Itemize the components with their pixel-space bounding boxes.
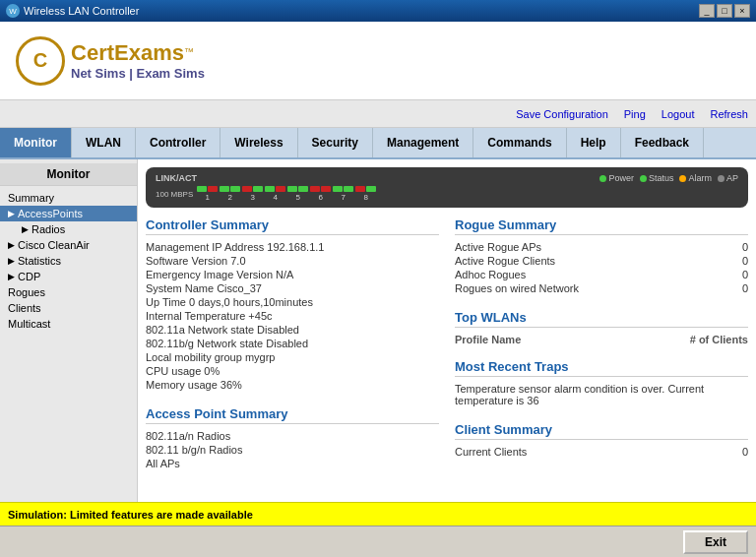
trap-text: Temperature sensor alarm condition is ov… (455, 383, 748, 406)
port-6: 6 (310, 186, 331, 202)
main-panel: LINK/ACT Power Status Alarm (138, 159, 756, 502)
power-dot (599, 175, 606, 182)
nav-wireless[interactable]: Wireless (220, 128, 297, 157)
ap-speed: 100 MBPS (156, 190, 193, 199)
window-title: Wireless LAN Controller (24, 5, 139, 17)
sidebar-item-cdp[interactable]: ▶ CDP (0, 269, 137, 284)
nav-controller[interactable]: Controller (136, 128, 220, 157)
sidebar-item-statistics[interactable]: ▶ Statistics (0, 253, 137, 269)
sidebar-header: Monitor (0, 163, 137, 186)
sidebar-label: Multicast (8, 318, 50, 330)
legend-alarm: Alarm (679, 173, 712, 183)
rogue-wired: Rogues on wired Network 0 (455, 282, 748, 294)
sidebar-label: Summary (8, 192, 54, 204)
sidebar-label: CDP (18, 271, 40, 282)
sidebar-item-accesspoints[interactable]: ▶ AccessPoints (0, 206, 137, 221)
exit-bar: Exit (0, 526, 756, 557)
status-dot (640, 175, 647, 182)
top-action-bar: Save Configuration Ping Logout Refresh (0, 100, 756, 128)
save-config-link[interactable]: Save Configuration (516, 108, 608, 120)
nav-security[interactable]: Security (298, 128, 373, 157)
sidebar-label: Statistics (18, 255, 61, 267)
ap-all: All APs (146, 458, 439, 469)
logout-link[interactable]: Logout (662, 108, 695, 120)
logo-circle: C (16, 36, 65, 86)
nav-feedback[interactable]: Feedback (621, 128, 704, 157)
controller-summary-title: Controller Summary (146, 217, 439, 235)
rogue-active-aps: Active Rogue APs 0 (455, 241, 748, 253)
arrow-icon: ▶ (8, 272, 15, 281)
wlans-col2: # of Clients (690, 334, 748, 345)
cs-mobility: Local mobility group mygrp (146, 351, 439, 363)
arrow-icon: ▶ (8, 256, 15, 266)
simulation-text: Simulation: Limited features are made av… (8, 509, 253, 521)
sidebar-label: Rogues (8, 286, 45, 298)
most-recent-traps-title: Most Recent Traps (455, 359, 748, 377)
arrow-icon: ▶ (8, 209, 15, 218)
nav-management[interactable]: Management (373, 128, 473, 157)
cs-emergency: Emergency Image Version N/A (146, 269, 439, 280)
sidebar-label: Cisco CleanAir (18, 239, 90, 251)
port-row: 1 2 3 4 (197, 186, 376, 202)
alarm-dot (679, 175, 686, 182)
cs-cpu: CPU usage 0% (146, 365, 439, 377)
ap-80211an: 802.11a/n Radios (146, 430, 439, 442)
legend-ap: AP (718, 173, 738, 183)
sidebar-item-cleanair[interactable]: ▶ Cisco CleanAir (0, 237, 137, 253)
minimize-button[interactable]: _ (699, 4, 715, 18)
logo-letter: C (33, 49, 47, 72)
port-5: 5 (287, 186, 308, 202)
ap-80211bgn: 802.11 b/g/n Radios (146, 444, 439, 456)
sidebar: Monitor Summary ▶ AccessPoints ▶ Radios … (0, 159, 138, 502)
info-columns: Controller Summary Management IP Address… (146, 217, 748, 471)
nav-wlan[interactable]: WLAN (72, 128, 136, 157)
nav-help[interactable]: Help (567, 128, 621, 157)
exit-button[interactable]: Exit (683, 530, 748, 554)
logo-header: C CertExams™ Net Sims | Exam Sims (0, 22, 756, 100)
sidebar-item-summary[interactable]: Summary (0, 190, 137, 206)
arrow-icon: ▶ (22, 224, 29, 234)
nav-monitor[interactable]: Monitor (0, 128, 72, 157)
legend-power: Power (599, 173, 634, 183)
simulation-bar: Simulation: Limited features are made av… (0, 502, 756, 526)
app-icon: W (6, 4, 20, 18)
sidebar-label: Clients (8, 302, 41, 314)
sidebar-label: AccessPoints (18, 208, 83, 219)
ap-legend: Power Status Alarm AP (599, 173, 738, 183)
port-3: 3 (242, 186, 263, 202)
cs-memory: Memory usage 36% (146, 379, 439, 391)
top-wlans-title: Top WLANs (455, 310, 748, 328)
cs-uptime: Up Time 0 days,0 hours,10minutes (146, 296, 439, 308)
sidebar-item-clients[interactable]: Clients (0, 300, 137, 316)
logo-subtitle: Net Sims | Exam Sims (71, 66, 205, 81)
titlebar-left: W Wireless LAN Controller (6, 4, 139, 18)
link-act-label: LINK/ACT (156, 173, 197, 183)
sidebar-item-radios[interactable]: ▶ Radios (0, 221, 137, 237)
sidebar-item-rogues[interactable]: Rogues (0, 284, 137, 300)
left-col: Controller Summary Management IP Address… (146, 217, 439, 471)
logo-text: CertExams™ Net Sims | Exam Sims (71, 40, 205, 81)
logo-brand: CertExams™ (71, 40, 205, 66)
legend-status: Status (640, 173, 674, 183)
port-8: 8 (355, 186, 376, 202)
nav-commands[interactable]: Commands (473, 128, 566, 157)
maximize-button[interactable]: □ (717, 4, 732, 18)
rogue-adhoc: Adhoc Rogues 0 (455, 269, 748, 280)
content-area: Monitor Summary ▶ AccessPoints ▶ Radios … (0, 159, 756, 502)
port-7: 7 (333, 186, 353, 202)
ping-link[interactable]: Ping (624, 108, 646, 120)
sidebar-item-multicast[interactable]: Multicast (0, 316, 137, 332)
ap-body: 100 MBPS 1 2 3 (156, 186, 738, 202)
port-4: 4 (265, 186, 285, 202)
window-controls[interactable]: _ □ × (699, 4, 750, 18)
close-button[interactable]: × (734, 4, 750, 18)
refresh-link[interactable]: Refresh (710, 108, 748, 120)
cs-temp: Internal Temperature +45c (146, 310, 439, 322)
cs-80211a: 802.11a Network state Disabled (146, 324, 439, 336)
arrow-icon: ▶ (8, 240, 15, 250)
cs-mgmt-ip: Management IP Address 192.168.1.1 (146, 241, 439, 253)
client-summary-title: Client Summary (455, 422, 748, 440)
cs-80211bg: 802.11b/g Network state Disabled (146, 338, 439, 349)
rogue-active-clients: Active Rogue Clients 0 (455, 255, 748, 267)
rogue-summary-title: Rogue Summary (455, 217, 748, 235)
